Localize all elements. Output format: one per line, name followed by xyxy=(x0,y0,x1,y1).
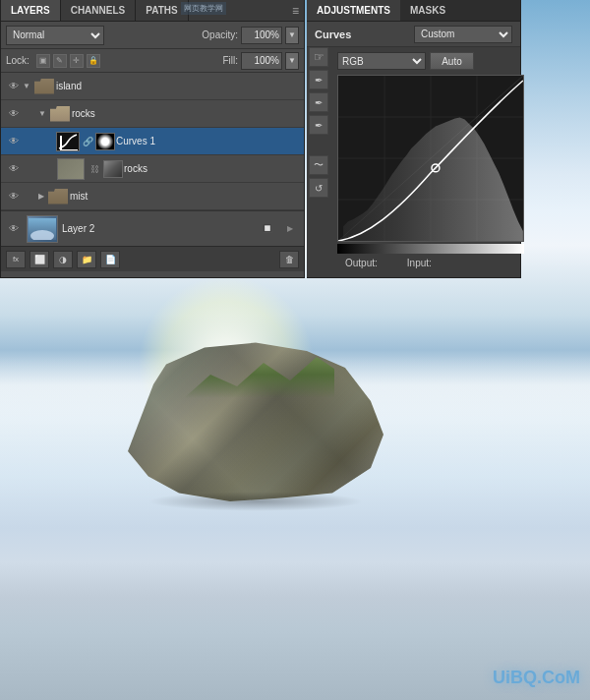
eye-rocks-layer[interactable]: 👁 xyxy=(5,160,23,178)
finger-tool[interactable]: ☞ xyxy=(309,47,328,67)
preset-select[interactable]: Custom xyxy=(414,26,512,43)
layer-row-rocks-layer[interactable]: 👁 ⛓ rocks xyxy=(1,155,304,183)
eye-curves1[interactable]: 👁 xyxy=(5,133,23,150)
add-style-btn[interactable]: fx xyxy=(6,251,26,268)
layer-name-curves1: Curves 1 xyxy=(116,136,300,146)
adj-header: Curves Custom xyxy=(307,22,520,47)
rock-texture xyxy=(128,334,384,501)
fill-arrow[interactable]: ▼ xyxy=(285,52,299,70)
rock-main xyxy=(128,334,384,501)
tab-masks[interactable]: MASKS xyxy=(400,0,455,21)
eye-rocks-folder[interactable]: 👁 xyxy=(5,105,23,123)
curves-graph[interactable] xyxy=(337,75,524,242)
eyedropper-black[interactable]: ✒ xyxy=(309,70,328,89)
folder-icon-rocks xyxy=(50,106,70,122)
layer-name-layer2: Layer 2 xyxy=(62,223,258,234)
eyedropper-gray[interactable]: ✒ xyxy=(309,92,328,112)
auto-button[interactable]: Auto xyxy=(430,52,474,70)
adj-title: Curves xyxy=(315,29,414,40)
eye-island[interactable]: 👁 xyxy=(5,78,23,95)
add-adjustment-btn[interactable]: ◑ xyxy=(53,251,73,268)
rocks-thumb xyxy=(57,158,85,180)
curves-area: ☞ ✒ ✒ ✒ 〜 ↺ RGB Auto xyxy=(307,47,520,277)
reset-tool[interactable]: ↺ xyxy=(309,178,328,198)
expand-island[interactable]: ▼ xyxy=(23,82,30,90)
layer-row[interactable]: 👁 ▼ island xyxy=(1,73,304,100)
eyedropper-white[interactable]: ✒ xyxy=(309,115,328,135)
curves-controls: RGB Auto xyxy=(337,52,515,70)
layer-name-island: island xyxy=(56,81,300,91)
adj-tabs: ADJUSTMENTS MASKS xyxy=(307,0,520,22)
adjustments-panel: ADJUSTMENTS MASKS Curves Custom ☞ ✒ ✒ ✒ … xyxy=(307,0,521,278)
layers-panel: LAYERS CHANNELS PATHS ≡ Normal Opacity: … xyxy=(0,0,305,278)
fill-group: Fill: ▼ xyxy=(222,52,299,70)
mask-thumb-curves xyxy=(95,133,115,150)
layer-row[interactable]: 👁 ▼ rocks xyxy=(1,100,304,128)
expand-mist[interactable]: ▶ xyxy=(38,192,44,201)
fill-label: Fill: xyxy=(222,55,238,66)
link-icon: 🔗 xyxy=(83,137,93,146)
layer-name-mist: mist xyxy=(70,191,300,202)
layer-row-mist[interactable]: 👁 ▶ mist xyxy=(1,183,304,210)
layers-toolbar: Normal Opacity: ▼ xyxy=(1,22,304,49)
layers-bottom-toolbar: fx ⬜ ◑ 📁 📄 🗑 xyxy=(1,246,304,271)
rock-island xyxy=(118,334,393,531)
layer-name-rocks-folder: rocks xyxy=(72,108,300,119)
curves-gradient-bar xyxy=(337,244,524,254)
site-watermark: UiBQ.CoM xyxy=(493,668,580,688)
lock-move-icon[interactable]: ✛ xyxy=(70,54,84,68)
channel-select[interactable]: RGB xyxy=(337,52,426,70)
smooth-tool[interactable]: 〜 xyxy=(309,155,328,175)
layer2-icon1: 🔲 xyxy=(258,220,277,238)
layers-list: 👁 ▼ island 👁 ▼ rocks 👁 xyxy=(1,73,304,210)
blend-mode-select[interactable]: Normal xyxy=(6,26,104,45)
rock-shadow xyxy=(148,492,364,511)
lock-all-icon[interactable]: 🔒 xyxy=(87,54,100,68)
delete-layer-btn[interactable]: 🗑 xyxy=(279,251,299,268)
curves-io-row: Output: Input: xyxy=(337,254,515,272)
curves-line-svg xyxy=(338,76,523,241)
mask-thumb-rocks xyxy=(103,160,123,178)
eye-mist[interactable]: 👁 xyxy=(5,188,23,205)
add-mask-btn[interactable]: ⬜ xyxy=(30,251,49,268)
layer-name-rocks-layer: rocks xyxy=(124,163,300,174)
opacity-group: Opacity: ▼ xyxy=(202,27,299,44)
panel-menu-icon[interactable]: ≡ xyxy=(292,4,299,18)
tab-adjustments[interactable]: ADJUSTMENTS xyxy=(307,0,400,21)
folder-icon-mist xyxy=(48,189,68,204)
folder-icon-island xyxy=(34,79,54,94)
panels-container: LAYERS CHANNELS PATHS ≡ Normal Opacity: … xyxy=(0,0,590,278)
rock-body xyxy=(128,334,384,501)
lock-paint-icon[interactable]: ✎ xyxy=(53,54,67,68)
add-layer-btn[interactable]: 📄 xyxy=(100,251,120,268)
link-icon-rocks: ⛓ xyxy=(90,164,99,174)
input-label: Input: xyxy=(407,258,432,268)
fill-input[interactable] xyxy=(241,52,282,70)
tab-layers[interactable]: LAYERS xyxy=(1,0,61,21)
output-label: Output: xyxy=(345,258,378,268)
lock-transparency-icon[interactable]: ▣ xyxy=(36,54,50,68)
layer2-thumb xyxy=(27,215,58,243)
lock-row: Lock: ▣ ✎ ✛ 🔒 Fill: ▼ xyxy=(1,49,304,73)
expand-rocks[interactable]: ▼ xyxy=(38,109,46,118)
add-group-btn[interactable]: 📁 xyxy=(77,251,96,268)
lock-label: Lock: xyxy=(6,55,30,66)
opacity-arrow[interactable]: ▼ xyxy=(285,27,299,44)
top-watermark: 网页教学网 xyxy=(181,2,226,15)
curves-adj-thumb xyxy=(56,132,80,151)
panel-tabs: LAYERS CHANNELS PATHS ≡ xyxy=(1,0,304,22)
tab-channels[interactable]: CHANNELS xyxy=(61,0,137,21)
eye-layer2[interactable]: 👁 xyxy=(5,220,23,238)
layer-row-curves[interactable]: 👁 🔗 Curves 1 xyxy=(1,128,304,155)
opacity-label: Opacity: xyxy=(202,29,238,40)
layer2-icon2: ▶ xyxy=(280,220,300,238)
layer2-row[interactable]: 👁 Layer 2 🔲 ▶ xyxy=(1,210,304,246)
opacity-input[interactable] xyxy=(241,27,282,44)
